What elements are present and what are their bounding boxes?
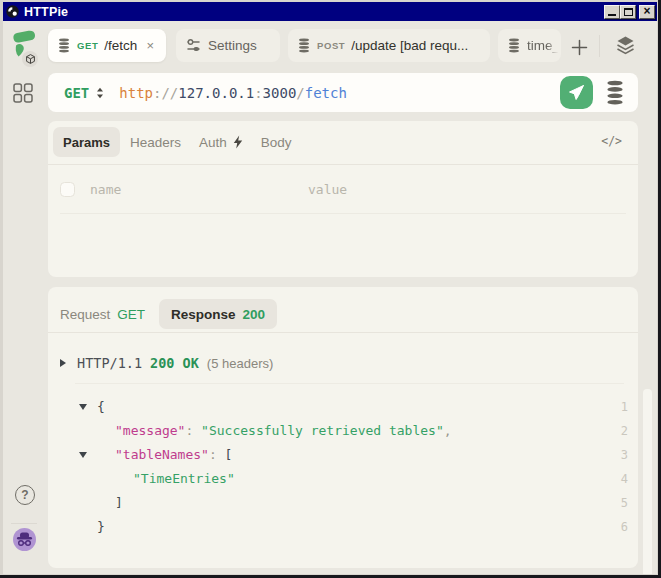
method-selector[interactable]: GET [64,85,89,101]
request-editor-tabs: Params Headers Auth Body [53,127,292,157]
tab-method: GET [77,40,98,51]
close-button[interactable]: × [639,5,655,19]
request-tab-label: Request [60,307,110,322]
tab-close-icon[interactable]: × [146,39,154,52]
json-token: [ [225,447,233,462]
response-panel: Request GET Response 200 HTTP/1.1 200 OK… [48,287,638,568]
tab-post-update[interactable]: POST /update [bad requ... [288,29,490,62]
send-button[interactable] [560,76,593,109]
minimize-icon [608,14,616,16]
row-divider [60,213,626,214]
json-token: ] [115,495,123,510]
tab-body[interactable]: Body [261,135,292,150]
close-icon: × [643,5,650,17]
json-token: "TimeEntries" [133,471,235,486]
param-value-input[interactable] [306,181,638,198]
collection-icon [298,38,310,53]
tab-time[interactable]: time_ [498,29,561,62]
response-tab-label: Response [171,307,236,322]
collapsed-arrow-icon[interactable] [60,359,66,367]
url-part: : [254,85,262,101]
url-input[interactable]: http://127.0.0.1:3000/fetch [119,85,347,101]
settings-icon [186,38,201,53]
window-controls: × [604,5,655,19]
line-number: 6 [621,520,628,534]
json-token: "Successfully retrieved tables" [201,423,444,438]
sidebar-divider [11,523,37,524]
json-line: {1 [48,396,638,420]
tab-settings[interactable]: Settings [176,29,280,62]
json-token: , [444,423,452,438]
layers-icon [615,35,636,56]
response-body-json: {1"message": "Successfully retrieved tab… [48,396,638,540]
url-part: http [119,85,153,101]
line-number: 2 [621,424,628,438]
app-window: HTTPie × ? [0,0,661,578]
collection-icon [58,38,70,53]
line-number: 4 [621,472,628,486]
scrollbar-thumb[interactable] [643,389,652,574]
fold-arrow-icon[interactable] [79,404,87,410]
json-line: "message": "Successfully retrieved table… [48,420,638,444]
json-token: : [209,447,225,462]
json-line: "tableNames": [3 [48,444,638,468]
send-icon [568,84,585,101]
window-frame: HTTPie × ? [0,0,658,575]
json-code: { [97,399,105,414]
tab-label: Settings [208,38,257,53]
url-part: :// [153,85,178,101]
json-line: ]5 [48,492,638,516]
tab-params[interactable]: Params [53,127,120,157]
fold-arrow-icon[interactable] [79,452,87,458]
tab-auth[interactable]: Auth [199,135,243,150]
json-token: } [97,519,105,534]
request-bar: GET http://127.0.0.1:3000/fetch [48,73,638,112]
request-options-button[interactable] [606,80,624,110]
plus-icon [571,39,588,56]
response-status-badge: 200 [243,307,266,322]
response-headers-note: (5 headers) [207,356,273,371]
response-tabs: Request GET Response 200 [60,299,277,329]
json-code: "tableNames": [ [97,447,232,462]
request-tab[interactable]: Request GET [60,307,145,322]
json-code: "message": "Successfully retrieved table… [97,423,452,438]
method-dropdown-icon[interactable] [96,87,104,99]
tabs-overview-button[interactable] [615,35,636,60]
logo-env-badge[interactable] [22,51,38,67]
tab-label: /fetch [104,38,137,53]
minimize-button[interactable] [604,5,620,19]
response-status-line[interactable]: HTTP/1.1 200 OK (5 headers) [60,350,273,376]
help-icon[interactable]: ? [15,485,35,505]
grid-icon[interactable] [13,83,33,103]
tab-auth-label: Auth [199,135,227,150]
code-view-toggle[interactable]: </> [601,134,622,148]
param-name-input[interactable] [88,181,293,198]
tab-label: /update [bad requ... [351,38,468,53]
line-number: 1 [621,400,628,414]
request-tab-method: GET [117,307,145,322]
user-avatar[interactable] [13,528,36,551]
collection-icon [508,38,520,53]
url-part: fetch [305,85,347,101]
response-protocol: HTTP/1.1 [77,355,142,371]
tab-get-fetch[interactable]: GET /fetch × [48,29,166,62]
json-token: "tableNames" [115,447,209,462]
param-row [48,166,638,213]
param-enabled-checkbox[interactable] [60,182,75,197]
line-number: 3 [621,448,628,462]
tab-headers[interactable]: Headers [130,135,181,150]
json-code: "TimeEntries" [97,471,235,486]
json-token: "message" [115,423,185,438]
new-tab-button[interactable] [566,34,592,60]
divider [75,383,624,384]
json-line: "TimeEntries"4 [48,468,638,492]
json-token: : [185,423,201,438]
titlebar: HTTPie × [3,2,657,21]
window-title: HTTPie [24,5,68,19]
cube-icon [26,54,35,64]
stack-icon [606,80,624,106]
response-tab[interactable]: Response 200 [159,299,277,329]
tab-label: time_ [527,38,560,53]
maximize-button[interactable] [620,5,636,19]
request-editor-panel: Params Headers Auth Body </> [48,121,638,277]
